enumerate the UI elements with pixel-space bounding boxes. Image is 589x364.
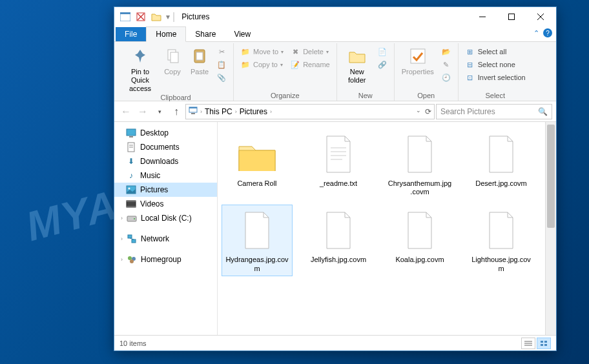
qat-folder-icon[interactable]	[149, 10, 163, 24]
file-list[interactable]: Camera Roll _readme.txt Chrysanthemum.jp…	[218, 122, 545, 335]
breadcrumb-this-pc[interactable]: This PC›	[205, 107, 237, 116]
address-bar[interactable]: › This PC› Pictures› ⌄ ⟳	[185, 104, 435, 119]
homegroup-icon	[127, 254, 137, 265]
copy-path-button[interactable]: 📋	[214, 59, 229, 70]
copy-button[interactable]: Copy	[160, 43, 185, 76]
tab-share[interactable]: Share	[186, 27, 225, 41]
nav-videos[interactable]: Videos	[114, 197, 217, 211]
nav-documents[interactable]: Documents	[114, 140, 217, 154]
open-button[interactable]: 📂	[439, 46, 454, 57]
delete-icon: ✖	[290, 46, 300, 57]
tab-home[interactable]: Home	[146, 26, 186, 42]
copy-icon	[162, 46, 183, 66]
minimize-button[interactable]	[468, 8, 497, 26]
history-icon: 🕘	[441, 72, 451, 83]
breadcrumb-pictures[interactable]: Pictures›	[240, 107, 272, 116]
select-all-button[interactable]: ⊞Select all	[462, 46, 528, 57]
open-icon: 📂	[441, 46, 451, 57]
icons-view-button[interactable]	[537, 338, 551, 349]
ribbon-label-open: Open	[417, 92, 435, 101]
move-to-button[interactable]: 📁Move to▾	[238, 46, 286, 57]
window-title: Pictures	[181, 12, 209, 21]
collapse-ribbon-icon[interactable]: ⌃	[533, 29, 539, 37]
ribbon: Pin to Quick access Copy Paste ✂ 📋 📎 Cli…	[114, 42, 556, 101]
file-lighthouse[interactable]: Lighthouse.jpg.covm	[466, 205, 537, 276]
ribbon-group-open: Properties 📂 ✎ 🕘 Open	[395, 43, 459, 101]
ribbon-group-clipboard: Pin to Quick access Copy Paste ✂ 📋 📎 Cli…	[118, 43, 234, 101]
ribbon-group-organize: 📁Move to▾ 📁Copy to▾ ✖Delete▾ 📝Rename Org…	[234, 43, 337, 101]
ribbon-tabs: File Home Share View ⌃ ?	[114, 26, 556, 42]
ribbon-label-new: New	[358, 92, 373, 101]
select-none-button[interactable]: ⊟Select none	[462, 59, 528, 70]
ribbon-group-select: ⊞Select all ⊟Select none ⊡Invert selecti…	[459, 43, 532, 101]
qat-properties-icon[interactable]	[134, 10, 148, 24]
paste-shortcut-button[interactable]: 📎	[214, 72, 229, 83]
ribbon-group-new: New folder 📄 🔗 New	[337, 43, 395, 101]
file-chrysanthemum[interactable]: Chrysanthemum.jpg.covm	[384, 128, 455, 199]
vertical-scrollbar[interactable]	[545, 122, 556, 335]
edit-button[interactable]: ✎	[439, 59, 454, 70]
up-button[interactable]: ↑	[169, 104, 184, 119]
search-input[interactable]: Search Pictures 🔍	[436, 104, 552, 119]
delete-button[interactable]: ✖Delete▾	[287, 46, 333, 57]
refresh-icon[interactable]: ⟳	[425, 107, 431, 116]
nav-local-disk[interactable]: ›Local Disk (C:)	[114, 211, 217, 225]
nav-pictures[interactable]: Pictures	[114, 183, 217, 197]
new-item-icon: 📄	[377, 46, 388, 57]
forward-button[interactable]: →	[135, 104, 150, 119]
svg-rect-24	[127, 206, 136, 207]
close-button[interactable]	[526, 8, 555, 26]
item-count: 10 items	[119, 339, 147, 347]
paste-button[interactable]: Paste	[187, 43, 212, 76]
svg-rect-14	[191, 113, 195, 114]
svg-rect-42	[541, 344, 543, 346]
svg-rect-11	[411, 49, 425, 63]
recent-locations-button[interactable]: ▾	[152, 104, 167, 119]
file-jellyfish[interactable]: Jellyfish.jpg.covm	[303, 205, 374, 276]
file-desert[interactable]: Desert.jpg.covm	[466, 128, 537, 199]
videos-icon	[126, 199, 136, 209]
pin-icon	[130, 46, 150, 66]
nav-network[interactable]: ›Network	[114, 232, 217, 246]
pin-to-quick-access-button[interactable]: Pin to Quick access	[122, 43, 158, 94]
file-readme[interactable]: _readme.txt	[303, 128, 374, 199]
scrollbar-thumb[interactable]	[547, 125, 555, 228]
details-view-button[interactable]	[521, 338, 535, 349]
cut-icon: ✂	[216, 46, 227, 57]
svg-rect-43	[544, 344, 547, 346]
new-folder-button[interactable]: New folder	[341, 43, 373, 85]
maximize-button[interactable]	[497, 8, 526, 26]
tab-file[interactable]: File	[116, 27, 146, 41]
nav-desktop[interactable]: Desktop	[114, 126, 217, 140]
copy-to-button[interactable]: 📁Copy to▾	[238, 59, 286, 70]
desktop-icon	[126, 128, 136, 138]
svg-point-21	[129, 188, 130, 190]
invert-selection-button[interactable]: ⊡Invert selection	[462, 72, 528, 83]
nav-music[interactable]: ♪Music	[114, 168, 217, 183]
folder-camera-roll[interactable]: Camera Roll	[222, 128, 293, 199]
copy-path-icon: 📋	[216, 59, 227, 70]
easy-access-button[interactable]: 🔗	[375, 59, 390, 70]
explorer-body: Desktop Documents ⬇Downloads ♪Music Pict…	[114, 122, 556, 335]
select-all-icon: ⊞	[465, 46, 475, 57]
help-icon[interactable]: ?	[543, 28, 552, 37]
rename-button[interactable]: 📝Rename	[287, 59, 333, 70]
svg-point-32	[130, 259, 134, 263]
explorer-window: ▾ | Pictures File Home Share View ⌃ ? Pi…	[114, 6, 557, 351]
cut-button[interactable]: ✂	[214, 46, 229, 57]
nav-homegroup[interactable]: ›Homegroup	[114, 252, 217, 267]
history-button[interactable]: 🕘	[439, 72, 454, 83]
file-koala[interactable]: Koala.jpg.covm	[384, 205, 455, 276]
back-button[interactable]: ←	[118, 104, 134, 119]
properties-button[interactable]: Properties	[398, 43, 437, 76]
move-to-icon: 📁	[240, 46, 251, 57]
qat-explorer-icon[interactable]	[118, 10, 132, 24]
nav-downloads[interactable]: ⬇Downloads	[114, 154, 217, 168]
blank-file-icon	[486, 211, 517, 250]
invert-selection-icon: ⊡	[465, 72, 475, 83]
addr-dropdown-icon[interactable]: ⌄	[416, 107, 421, 116]
addr-pc-icon	[189, 106, 198, 116]
tab-view[interactable]: View	[225, 27, 260, 41]
new-item-button[interactable]: 📄	[375, 46, 390, 57]
file-hydrangeas[interactable]: Hydrangeas.jpg.covm	[222, 205, 293, 276]
